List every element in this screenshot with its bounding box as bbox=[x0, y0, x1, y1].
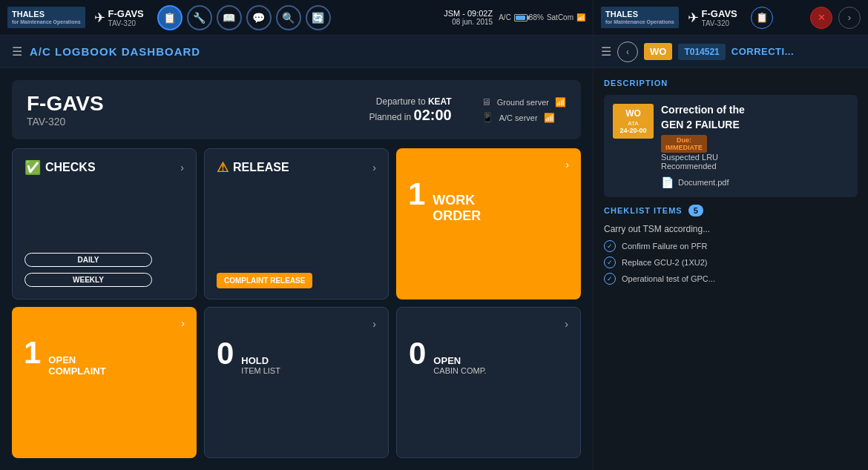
checks-card[interactable]: ✅ CHECKS › DAILY WEEKLY bbox=[12, 148, 197, 299]
checkmark-icon: ✓ bbox=[604, 273, 616, 285]
wo-number: T014521 bbox=[678, 44, 725, 60]
page-title: A/C LOGBOOK DASHBOARD bbox=[30, 45, 200, 58]
hamburger-menu[interactable]: ☰ bbox=[12, 44, 22, 59]
document-row[interactable]: 📄 Document.pdf bbox=[661, 176, 745, 188]
wifi-icon-ground: 📶 bbox=[555, 97, 566, 107]
book-nav-btn[interactable]: 📖 bbox=[217, 5, 242, 30]
battery-icon bbox=[514, 14, 527, 21]
close-btn[interactable]: ✕ bbox=[810, 7, 832, 29]
workorder-count: 1 bbox=[408, 176, 425, 212]
open-complaint-card[interactable]: › 1 OPEN COMPLAINT bbox=[12, 307, 197, 458]
check-status-icon: ✅ bbox=[24, 159, 41, 176]
release-arrow-icon: › bbox=[372, 162, 376, 173]
list-item: ✓ Replace GCU-2 (1XU2) bbox=[604, 256, 858, 268]
server-status: 🖥 Ground server 📶 📱 A/C server 📶 bbox=[481, 96, 566, 123]
header: THALES for Maintenance Operations ✈ F-GA… bbox=[0, 0, 593, 36]
checklist-header: CHEKLIST ITEMS 5 bbox=[604, 205, 858, 216]
hold-item-card[interactable]: › 0 HOLD ITEM LIST bbox=[204, 307, 389, 458]
right-aircraft-type: TAV-320 bbox=[702, 19, 737, 27]
complaint-count: 1 bbox=[24, 335, 41, 371]
cabin-count: 0 bbox=[409, 336, 426, 371]
daily-btn[interactable]: DAILY bbox=[24, 253, 152, 267]
warning-icon: ⚠ bbox=[217, 159, 228, 176]
clipboard-nav-btn[interactable]: 📋 bbox=[157, 5, 183, 30]
wo-description: Correction of the GEN 2 FAILURE Due: IMM… bbox=[661, 104, 745, 188]
correction-title: CORRECTI... bbox=[731, 46, 794, 57]
hold-count: 0 bbox=[217, 336, 234, 371]
right-aircraft-icon: ✈ bbox=[688, 10, 699, 26]
checklist-items: ✓ Confirm Failure on PFR ✓ Replace GCU-2… bbox=[604, 240, 858, 285]
complaint-arrow-icon: › bbox=[181, 317, 185, 329]
dashboard-grid: ✅ CHECKS › DAILY WEEKLY ⚠ bbox=[12, 148, 581, 458]
tablet-icon: 📱 bbox=[481, 112, 493, 123]
list-item: ✓ Confirm Failure on PFR bbox=[604, 240, 858, 252]
cabin-arrow-icon: › bbox=[565, 318, 568, 330]
wo-detail-card: WO ATA 24-20-00 Correction of the GEN 2 … bbox=[604, 95, 858, 197]
wrench-nav-btn[interactable]: 🔧 bbox=[187, 5, 212, 30]
description-label: DESCRIPTION bbox=[604, 79, 858, 87]
hold-arrow-icon: › bbox=[372, 318, 376, 330]
info-card: F-GAVS TAV-320 Departure to KEAT Planned… bbox=[12, 80, 581, 139]
right-subheader: ☰ ‹ WO T014521 CORRECTI... bbox=[594, 36, 868, 68]
back-button[interactable]: ‹ bbox=[617, 42, 638, 62]
wifi-icon-ac: 📶 bbox=[544, 113, 555, 123]
ac-server-row: 📱 A/C server 📶 bbox=[481, 112, 566, 123]
document-icon: 📄 bbox=[661, 176, 674, 188]
departure-info: Departure to KEAT Planned in 02:00 bbox=[369, 96, 451, 124]
monitor-icon: 🖥 bbox=[481, 96, 491, 107]
nav-icons: 📋 🔧 📖 💬 🔍 🔄 bbox=[157, 5, 331, 30]
battery-bar: 88% bbox=[514, 13, 544, 21]
checkmark-icon: ✓ bbox=[604, 256, 616, 268]
checkmark-icon: ✓ bbox=[604, 240, 616, 252]
release-card[interactable]: ⚠ RELEASE › COMPLAINT RELEASE bbox=[204, 148, 389, 299]
right-more-btn[interactable]: › bbox=[838, 7, 861, 29]
search-nav-btn[interactable]: 🔍 bbox=[276, 5, 301, 30]
right-aircraft-reg: F-GAVS bbox=[702, 8, 737, 19]
ac-status: A/C 88% SatCom 📶 bbox=[499, 13, 585, 21]
right-clipboard-btn[interactable]: 📋 bbox=[751, 7, 773, 29]
aircraft-info: ✈ F-GAVS TAV-320 bbox=[94, 8, 144, 27]
chat-nav-btn[interactable]: 💬 bbox=[246, 5, 272, 30]
weekly-btn[interactable]: WEEKLY bbox=[24, 273, 152, 287]
left-panel: THALES for Maintenance Operations ✈ F-GA… bbox=[0, 0, 594, 470]
checklist-label: CHEKLIST ITEMS bbox=[604, 206, 683, 215]
list-item: ✓ Operational test of GPC... bbox=[604, 273, 858, 285]
due-badge: Due: IMMEDIATE bbox=[661, 135, 707, 153]
wo-badge: WO bbox=[644, 43, 672, 60]
right-thales-logo: THALES for Maintenance Operations bbox=[601, 7, 679, 29]
flight-info: JSM - 09:02Z 08 jun. 2015 bbox=[444, 9, 493, 26]
signal-icon: 📶 bbox=[576, 13, 585, 21]
checklist-count-badge: 5 bbox=[688, 205, 703, 216]
right-hamburger[interactable]: ☰ bbox=[601, 44, 611, 59]
cabin-comp-card[interactable]: › 0 OPEN CABIN COMP. bbox=[396, 307, 581, 458]
workorder-card[interactable]: › 1 WORK ORDER bbox=[396, 148, 581, 299]
aircraft-icon: ✈ bbox=[94, 10, 105, 26]
right-panel: THALES for Maintenance Operations ✈ F-GA… bbox=[594, 0, 868, 470]
ac-registration: F-GAVS bbox=[27, 92, 104, 116]
ground-server-row: 🖥 Ground server 📶 bbox=[481, 96, 566, 107]
ac-type-display: TAV-320 bbox=[27, 116, 104, 128]
checks-arrow-icon: › bbox=[180, 162, 184, 173]
aircraft-registration: F-GAVS bbox=[108, 8, 144, 19]
screen-wrapper: THALES for Maintenance Operations ✈ F-GA… bbox=[0, 0, 868, 470]
aircraft-type: TAV-320 bbox=[108, 19, 144, 27]
subheader: ☰ A/C LOGBOOK DASHBOARD bbox=[0, 36, 593, 68]
main-content: F-GAVS TAV-320 Departure to KEAT Planned… bbox=[0, 68, 593, 470]
thales-logo: THALES for Maintenance Operations bbox=[7, 7, 85, 29]
checklist-main-item: Carry out TSM according... bbox=[604, 224, 858, 234]
wo-type-badge: WO ATA 24-20-00 bbox=[613, 104, 654, 139]
complaint-release-btn[interactable]: COMPLAINT RELEASE bbox=[217, 273, 312, 288]
workorder-arrow-icon: › bbox=[565, 159, 569, 171]
right-aircraft-info: ✈ F-GAVS TAV-320 bbox=[688, 8, 737, 27]
sync-nav-btn[interactable]: 🔄 bbox=[306, 5, 331, 30]
right-header: THALES for Maintenance Operations ✈ F-GA… bbox=[594, 0, 868, 36]
right-content: DESCRIPTION WO ATA 24-20-00 Correction o… bbox=[594, 68, 868, 470]
